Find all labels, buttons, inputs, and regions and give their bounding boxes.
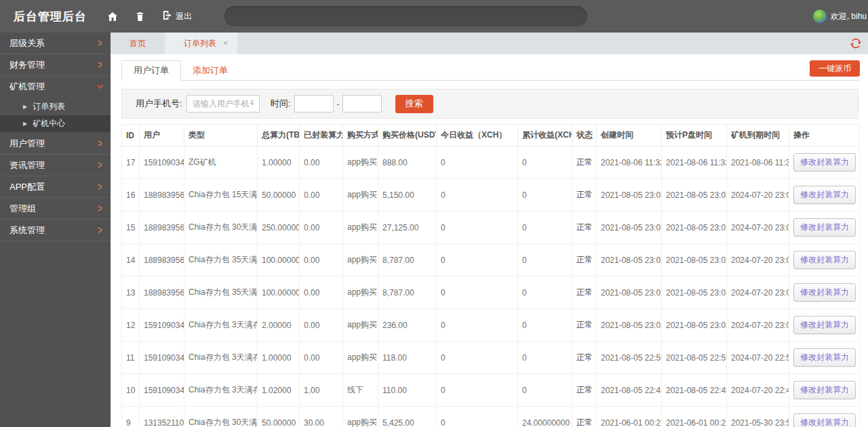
table-cell: 0	[518, 244, 572, 277]
table-cell: 2021-08-05 23:03:03	[662, 211, 727, 244]
home-icon[interactable]	[107, 12, 118, 22]
navbar-icons: 退出	[107, 10, 192, 22]
table-row: 1318898395608Chia存力包 35天满存交付100.000000.0…	[122, 277, 860, 309]
sidebar-subitem-label: 矿机中心	[33, 118, 65, 129]
modify-sealed-power-button[interactable]: 修改封装算力	[793, 381, 856, 399]
table-cell-action: 修改封装算力	[789, 179, 860, 211]
filter-bar: 用户手机号: 时间: - 搜索	[121, 89, 859, 119]
table-cell: 17	[122, 146, 140, 179]
table-cell: 正常	[572, 277, 597, 309]
user-menu[interactable]: 欢迎, bihu	[813, 9, 867, 23]
table-cell-action: 修改封装算力	[789, 309, 860, 342]
table-cell: 2021-08-05 23:03:39	[597, 179, 662, 211]
table-cell: 30.00	[300, 407, 343, 427]
column-header: 用户	[140, 125, 184, 146]
table-cell: 118.00	[378, 342, 437, 374]
table-cell: Chia存力包 35天满存交付	[184, 244, 258, 277]
table-cell: 0	[518, 342, 572, 374]
top-navbar: 后台管理后台 退出 欢迎, bihu	[0, 0, 868, 33]
column-header: 类型	[184, 125, 258, 146]
sidebar-item[interactable]: 资讯管理>	[0, 155, 111, 176]
close-icon[interactable]: ×	[223, 39, 228, 47]
table-cell: 2021-08-05 23:02:08	[662, 309, 727, 342]
table-cell: 13135211000	[140, 407, 184, 427]
column-header: 状态	[572, 125, 597, 146]
table-cell: 2021-06-01 00:21:08	[597, 407, 662, 427]
refresh-icon[interactable]	[850, 37, 862, 49]
phone-label: 用户手机号:	[136, 98, 182, 110]
sidebar-item[interactable]: 系统管理>	[0, 220, 111, 241]
trash-icon[interactable]	[136, 12, 144, 22]
table-cell: 15910903445	[140, 374, 184, 407]
table-cell: 正常	[572, 374, 597, 407]
table-cell: 15	[122, 211, 140, 244]
time-to-input[interactable]	[342, 95, 382, 113]
modify-sealed-power-button[interactable]: 修改封装算力	[793, 413, 856, 427]
triangle-icon: ▶	[23, 104, 27, 110]
sidebar-menu: 层级关系>财务管理>矿机管理>▶订单列表▶矿机中心用户管理>资讯管理>APP配置…	[0, 33, 111, 241]
sidebar-item[interactable]: 层级关系>	[0, 33, 111, 54]
column-header: 操作	[789, 125, 860, 146]
tab-label: 首页	[130, 38, 146, 49]
sidebar-subitem[interactable]: ▶订单列表	[0, 98, 111, 115]
subtab[interactable]: 添加订单	[181, 61, 239, 80]
table-row: 913135211000Chia存力包 30天满存交付50.0000030.00…	[122, 407, 860, 427]
table-cell: 18898395608	[140, 211, 184, 244]
table-cell: 2024-07-20 23:03:39	[727, 179, 789, 211]
logout-button[interactable]: 退出	[162, 10, 192, 22]
sidebar-item[interactable]: 矿机管理>	[0, 76, 111, 98]
sidebar-item-label: 管理组	[9, 203, 36, 215]
table-cell: 0.00	[300, 342, 343, 374]
table-cell: 5,150.00	[378, 179, 437, 211]
table-cell: 正常	[572, 309, 597, 342]
chevron-right-icon: >	[98, 202, 102, 214]
table-cell: 2024-07-20 23:02:08	[727, 309, 789, 342]
table-cell: 10	[122, 374, 140, 407]
modify-sealed-power-button[interactable]: 修改封装算力	[793, 186, 856, 204]
modify-sealed-power-button[interactable]: 修改封装算力	[793, 251, 856, 269]
search-button[interactable]: 搜索	[395, 95, 433, 113]
table-cell: 1.00	[300, 374, 343, 407]
sidebar-item-label: APP配置	[9, 181, 45, 193]
time-label: 时间:	[271, 98, 291, 110]
table-cell: ZG矿机	[184, 146, 258, 179]
table-cell: Chia存力包 3天满存交付	[184, 309, 258, 342]
modify-sealed-power-button[interactable]: 修改封装算力	[793, 218, 856, 237]
table-cell: 15910903445	[140, 146, 184, 179]
table-cell: Chia存力包 3天满存交付	[184, 374, 258, 407]
table-cell: Chia存力包 30天满存交付	[184, 407, 258, 427]
sidebar-subitem[interactable]: ▶矿机中心	[0, 115, 111, 133]
table-cell: app购买	[343, 407, 378, 427]
subtab-row: 用户订单添加订单一键派币	[121, 60, 859, 81]
table-cell-action: 修改封装算力	[789, 244, 860, 277]
sidebar-item[interactable]: APP配置>	[0, 176, 111, 198]
tab-active[interactable]: 订单列表×	[165, 33, 237, 54]
table-cell: 50.00000	[258, 179, 300, 211]
table-cell: 正常	[572, 179, 597, 211]
subtab[interactable]: 用户订单	[121, 60, 181, 81]
time-from-input[interactable]	[294, 95, 334, 113]
chevron-right-icon: >	[94, 85, 106, 89]
column-header: 创建时间	[597, 125, 662, 146]
table-cell: 5,425.00	[378, 407, 437, 427]
navbar-search-input[interactable]	[224, 6, 587, 26]
phone-input[interactable]	[186, 95, 260, 113]
sidebar-item[interactable]: 用户管理>	[0, 133, 111, 155]
modify-sealed-power-button[interactable]: 修改封装算力	[793, 153, 856, 171]
table-cell: 14	[122, 244, 140, 277]
sidebar: 层级关系>财务管理>矿机管理>▶订单列表▶矿机中心用户管理>资讯管理>APP配置…	[0, 33, 111, 427]
table-cell: 2021-08-05 23:02:20	[662, 277, 727, 309]
table-cell: 8,787.00	[378, 244, 437, 277]
table-cell: Chia存力包 30天满存交付	[184, 211, 258, 244]
modify-sealed-power-button[interactable]: 修改封装算力	[793, 348, 856, 367]
table-cell: app购买	[343, 244, 378, 277]
sidebar-item[interactable]: 管理组>	[0, 198, 111, 220]
one-key-dispatch-button[interactable]: 一键派币	[810, 60, 860, 77]
table-cell: app购买	[343, 309, 378, 342]
tab-page[interactable]: 首页	[111, 33, 165, 54]
table-cell-action: 修改封装算力	[789, 374, 860, 407]
table-cell: 正常	[572, 146, 597, 179]
modify-sealed-power-button[interactable]: 修改封装算力	[793, 283, 856, 302]
sidebar-item[interactable]: 财务管理>	[0, 54, 111, 76]
modify-sealed-power-button[interactable]: 修改封装算力	[793, 316, 856, 334]
